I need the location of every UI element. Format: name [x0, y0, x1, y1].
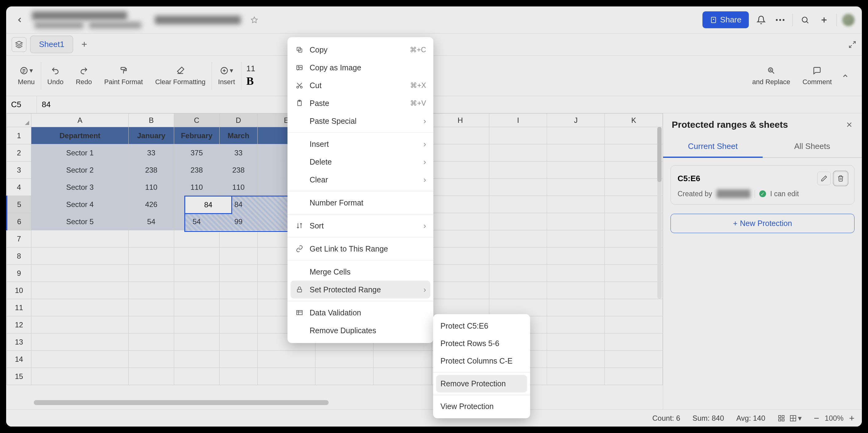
- svg-rect-29: [782, 419, 784, 421]
- back-button[interactable]: [13, 14, 26, 26]
- favorite-icon[interactable]: [251, 16, 258, 24]
- expand-icon[interactable]: [848, 40, 856, 49]
- sheet-tab-1[interactable]: Sheet1: [30, 36, 73, 53]
- svg-point-20: [769, 67, 773, 72]
- undo-button[interactable]: Undo: [41, 56, 70, 96]
- ctx-sort[interactable]: Sort›: [287, 217, 433, 235]
- ctx-cut[interactable]: Cut⌘+X: [287, 76, 433, 94]
- status-count: Count: 6: [652, 414, 680, 423]
- search-icon[interactable]: [798, 13, 812, 27]
- cell[interactable]: March: [219, 127, 257, 144]
- delete-range-icon[interactable]: [834, 172, 847, 185]
- ctx-remove-duplicates[interactable]: Remove Duplicates: [287, 321, 433, 339]
- zoom-out-button[interactable]: −: [814, 413, 819, 424]
- sub-protect-range[interactable]: Protect C5:E6: [433, 317, 530, 335]
- add-sheet-button[interactable]: +: [77, 37, 92, 52]
- cell-reference[interactable]: C5: [6, 96, 37, 113]
- user-avatar[interactable]: [842, 14, 855, 26]
- cell[interactable]: January: [129, 127, 174, 144]
- insert-button[interactable]: ▾ Insert: [212, 56, 241, 96]
- menu-button[interactable]: ▾ Menu: [12, 56, 41, 96]
- col-header-k[interactable]: K: [605, 114, 663, 127]
- cell[interactable]: February: [174, 127, 219, 144]
- col-header-j[interactable]: J: [547, 114, 605, 127]
- svg-line-21: [772, 71, 774, 73]
- ctx-data-validation[interactable]: Data Validation: [287, 304, 433, 321]
- ctx-copy[interactable]: Copy⌘+C: [287, 41, 433, 59]
- ctx-delete[interactable]: Delete›: [287, 153, 433, 171]
- vertical-scrollbar[interactable]: [657, 127, 661, 299]
- find-replace-button[interactable]: and Replace: [746, 56, 797, 96]
- col-header-i[interactable]: I: [489, 114, 547, 127]
- ctx-get-link[interactable]: Get Link to This Range: [287, 240, 433, 258]
- sub-view-protection[interactable]: View Protection: [433, 398, 530, 415]
- ctx-clear[interactable]: Clear›: [287, 171, 433, 189]
- doc-sub-blurred-2: [89, 22, 141, 29]
- zoom-in-button[interactable]: +: [849, 413, 855, 424]
- close-panel-icon[interactable]: [845, 121, 853, 129]
- range-label: C5:E6: [678, 174, 700, 183]
- ctx-set-protected-range[interactable]: Set Protected Range›: [290, 281, 430, 299]
- select-all-corner[interactable]: [7, 114, 31, 127]
- notifications-icon[interactable]: [754, 13, 768, 27]
- grid-view-icon[interactable]: [778, 414, 785, 422]
- sheet-tabs-bar: Sheet1 +: [6, 33, 862, 56]
- svg-point-38: [300, 86, 302, 88]
- doc-title-blurred: [32, 11, 127, 20]
- col-header-a[interactable]: A: [31, 114, 129, 127]
- col-header-c[interactable]: C: [174, 114, 219, 127]
- ctx-paste-special[interactable]: Paste Special›: [287, 112, 433, 130]
- comment-button[interactable]: Comment: [797, 56, 838, 96]
- tab-all-sheets[interactable]: All Sheets: [763, 136, 862, 157]
- status-avg: Avg: 140: [736, 414, 765, 423]
- ctx-merge[interactable]: Merge Cells: [287, 263, 433, 281]
- more-icon[interactable]: [773, 13, 787, 27]
- sub-remove-protection[interactable]: Remove Protection: [436, 375, 527, 393]
- svg-point-5: [802, 17, 807, 22]
- ctx-copy-image[interactable]: Copy as Image: [287, 59, 433, 76]
- permission-label: I can edit: [770, 190, 799, 198]
- horizontal-scrollbar[interactable]: [34, 400, 329, 405]
- breadcrumb-blurred: [155, 16, 241, 24]
- svg-point-2: [776, 19, 778, 21]
- new-protection-button[interactable]: +New Protection: [671, 214, 855, 233]
- context-menu: Copy⌘+C Copy as Image Cut⌘+X Paste⌘+V Pa…: [287, 37, 433, 343]
- status-sum: Sum: 840: [693, 414, 724, 423]
- font-preview[interactable]: 11 B: [241, 56, 260, 96]
- layout-dropdown-icon[interactable]: ▾: [789, 414, 802, 423]
- protected-range-card: C5:E6 Created by ✓ I can e: [671, 165, 855, 205]
- created-by-label: Created by: [678, 190, 712, 198]
- clear-formatting-button[interactable]: Clear Formatting: [149, 56, 212, 96]
- ctx-paste[interactable]: Paste⌘+V: [287, 94, 433, 112]
- sub-protect-cols[interactable]: Protect Columns C-E: [433, 352, 530, 370]
- col-header-h[interactable]: H: [431, 114, 489, 127]
- creator-name-blurred: [717, 189, 750, 198]
- ctx-number-format[interactable]: Number Format: [287, 194, 433, 212]
- paint-format-button[interactable]: Paint Format: [98, 56, 149, 96]
- svg-rect-28: [779, 419, 781, 421]
- collapse-toolbar-icon[interactable]: [838, 68, 852, 83]
- formula-input[interactable]: 84: [37, 100, 862, 109]
- col-header-d[interactable]: D: [219, 114, 257, 127]
- svg-line-6: [807, 22, 808, 23]
- svg-rect-44: [297, 310, 302, 315]
- svg-marker-0: [251, 17, 257, 23]
- protected-ranges-panel: Protected ranges & sheets Current Sheet …: [663, 113, 862, 409]
- sub-protect-rows[interactable]: Protect Rows 5-6: [433, 335, 530, 352]
- svg-point-4: [783, 19, 784, 21]
- edit-range-icon[interactable]: [817, 172, 831, 185]
- cell[interactable]: Department: [31, 127, 129, 144]
- ctx-insert[interactable]: Insert›: [287, 135, 433, 153]
- svg-rect-43: [297, 289, 302, 292]
- redo-button[interactable]: Redo: [70, 56, 98, 96]
- col-header-b[interactable]: B: [129, 114, 174, 127]
- doc-sub-blurred: [34, 22, 84, 29]
- row-header[interactable]: 1: [7, 127, 31, 144]
- tab-current-sheet[interactable]: Current Sheet: [663, 136, 763, 158]
- svg-marker-9: [16, 41, 23, 44]
- add-icon[interactable]: [817, 13, 831, 27]
- svg-line-10: [853, 41, 856, 44]
- top-bar: Share: [6, 6, 862, 33]
- sheets-list-icon[interactable]: [12, 37, 26, 52]
- share-button[interactable]: Share: [703, 11, 749, 28]
